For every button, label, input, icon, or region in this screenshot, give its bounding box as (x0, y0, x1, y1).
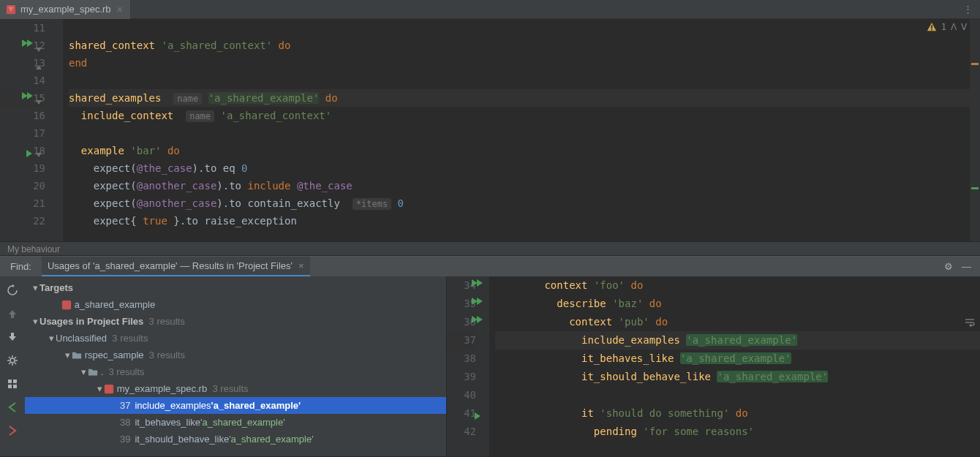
inspection-summary[interactable]: 1 ᐱ ᐯ (927, 22, 967, 32)
ruby-file-icon (6, 4, 16, 15)
run-icon[interactable] (472, 279, 484, 287)
tree-node-rspec[interactable]: ▾ rspec_sample 3 results (25, 347, 446, 363)
chevron-down-icon[interactable]: ᐯ (961, 22, 967, 32)
tree-node-target-item[interactable]: a_shared_example (25, 296, 446, 313)
minimize-icon[interactable]: — (962, 261, 971, 272)
next-icon[interactable] (4, 423, 20, 439)
svg-rect-5 (13, 379, 17, 383)
run-icon[interactable] (22, 92, 34, 99)
run-icon[interactable] (472, 298, 484, 305)
run-icon[interactable] (22, 39, 34, 47)
svg-rect-7 (13, 385, 17, 388)
ruby-file-icon (104, 384, 114, 394)
find-label: Find: (0, 261, 42, 272)
refresh-icon[interactable] (4, 282, 20, 298)
find-tab[interactable]: Usages of 'a_shared_example' — Results i… (42, 257, 310, 277)
folder-icon (72, 350, 82, 360)
tree-node-targets[interactable]: ▾Targets (25, 279, 446, 296)
find-sidebar (0, 276, 25, 456)
arrow-down-icon[interactable] (4, 329, 20, 345)
gear-icon[interactable]: ⚙ (944, 261, 953, 272)
arrow-up-icon[interactable] (4, 306, 20, 322)
prev-icon[interactable] (4, 399, 20, 415)
tab-title: my_example_spec.rb (20, 4, 111, 15)
layout-icon[interactable] (4, 376, 20, 392)
editor[interactable]: 11 12 13 14 15 16 17 18 19 20 21 22 (0, 19, 980, 241)
gutter: 11 12 13 14 15 16 17 18 19 20 21 22 (0, 19, 63, 241)
soft-wrap-icon[interactable] (964, 317, 976, 331)
svg-rect-9 (105, 384, 113, 393)
close-icon[interactable]: × (116, 4, 124, 15)
editor-tab[interactable]: my_example_spec.rb × (0, 0, 130, 19)
warning-icon (927, 22, 937, 32)
preview-gutter: 34 35 36 37 38 39 40 41 42 (447, 276, 489, 456)
svg-rect-1 (931, 25, 932, 28)
error-stripe[interactable] (970, 19, 980, 241)
folder-icon (88, 367, 98, 377)
usage-row[interactable]: 39it_should_behave_like 'a_shared_exampl… (25, 431, 446, 447)
more-icon[interactable]: ⋮ (956, 4, 980, 15)
tab-bar: my_example_spec.rb × ⋮ (0, 0, 980, 19)
svg-rect-2 (931, 29, 932, 31)
code-area[interactable]: shared_context 'a_shared_context' do end… (63, 19, 980, 241)
find-header: Find: Usages of 'a_shared_example' — Res… (0, 256, 980, 276)
find-tab-title: Usages of 'a_shared_example' — Results i… (48, 260, 293, 271)
usage-preview[interactable]: 34 35 36 37 38 39 40 41 42 context 'foo'… (447, 276, 980, 456)
run-icon[interactable] (472, 316, 484, 323)
gear-icon[interactable] (4, 352, 20, 369)
usage-row[interactable]: 38it_behaves_like 'a_shared_example' (25, 414, 446, 431)
preview-code[interactable]: context 'foo' do describe 'baz' do conte… (489, 276, 980, 456)
svg-point-3 (10, 358, 15, 363)
tree-node-usages[interactable]: ▾Usages in Project Files 3 results (25, 313, 446, 330)
breadcrumb[interactable]: My behaviour (0, 241, 980, 256)
close-icon[interactable]: × (298, 260, 304, 271)
usage-row[interactable]: 37include_examples 'a_shared_example' (25, 397, 446, 414)
svg-rect-6 (8, 385, 12, 388)
svg-rect-8 (62, 300, 71, 309)
chevron-up-icon[interactable]: ᐱ (951, 22, 957, 32)
ruby-file-icon (61, 300, 72, 310)
tree-node-file[interactable]: ▾ my_example_spec.rb 3 results (25, 380, 446, 397)
tree-node-dot[interactable]: ▾ . 3 results (25, 363, 446, 380)
svg-rect-4 (8, 379, 12, 383)
tree-node-unclassified[interactable]: ▾Unclassified 3 results (25, 330, 446, 347)
usages-tree[interactable]: ▾Targets a_shared_example ▾Usages in Pro… (25, 276, 447, 456)
